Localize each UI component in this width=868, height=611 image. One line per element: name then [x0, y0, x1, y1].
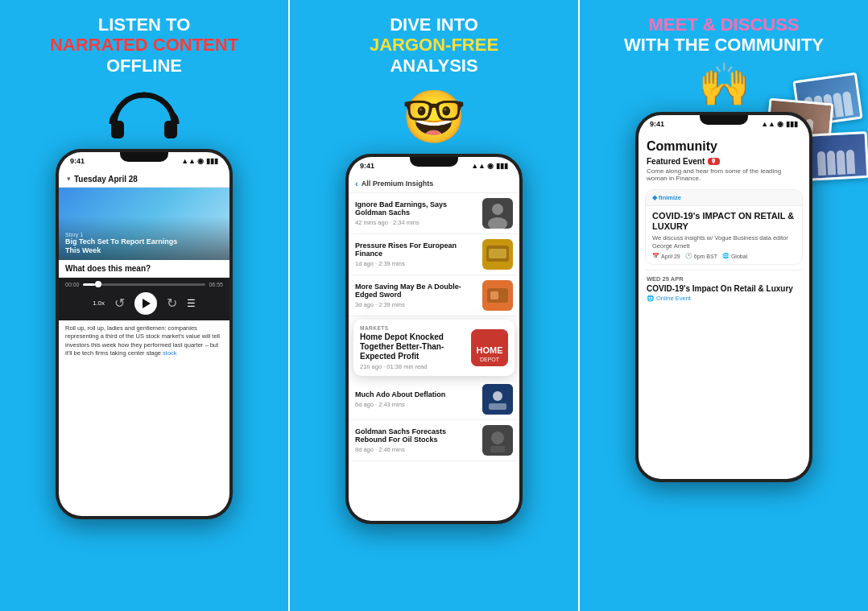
svg-rect-7: [490, 291, 498, 299]
phone-notch-3: [700, 115, 748, 125]
list-item-5[interactable]: Goldman Sachs Forecasts Rebound For Oil …: [349, 420, 519, 461]
menu-icon[interactable]: ☰: [187, 298, 196, 309]
skip-forward-icon[interactable]: ↻: [167, 295, 177, 311]
panel-dive: DIVE INTO JARGON-FREE ANALYSIS 🤓 9:41 ▲▲…: [288, 0, 580, 611]
p3-header: Community Featured Event 🎙 Come along an…: [639, 133, 809, 189]
svg-point-12: [493, 391, 502, 401]
svg-rect-13: [489, 403, 506, 410]
headphones-icon: [108, 89, 180, 141]
svg-point-14: [491, 431, 504, 444]
panel-community: MEET & DISCUSS WITH THE COMMUNITY 🙌: [580, 0, 868, 611]
p1-date-header: ▾ Tuesday April 28: [59, 170, 229, 188]
svg-rect-5: [489, 249, 506, 258]
highlight-card[interactable]: MARKETS Home Depot Knocked Together Bett…: [353, 320, 515, 376]
skip-back-icon[interactable]: ↺: [114, 295, 125, 311]
list-item-1[interactable]: Ignore Bad Earnings, Says Goldman Sachs …: [349, 193, 519, 234]
event-type: 🌐 Online Event: [647, 295, 801, 302]
stock-link[interactable]: stock: [163, 349, 177, 357]
svg-rect-15: [490, 446, 505, 452]
panel2-headline: DIVE INTO JARGON-FREE ANALYSIS: [370, 14, 498, 76]
play-button[interactable]: [134, 292, 157, 315]
p3-event-2: WED 29 APR COVID-19's Impact On Retail &…: [639, 270, 809, 305]
phone-3: 9:41 ▲▲ ◉ ▮▮▮ Community Featured Event 🎙…: [631, 112, 816, 603]
thumb-5: [482, 425, 513, 456]
back-arrow-icon[interactable]: ‹: [355, 179, 358, 188]
svg-point-2: [492, 204, 503, 215]
thumb-1: [482, 198, 513, 229]
svg-point-3: [488, 217, 507, 229]
phone-notch-2: [410, 157, 458, 167]
p1-player: 00:00 06:55 1.0x ↺ ↻: [59, 278, 229, 320]
svg-text:HOME: HOME: [477, 345, 503, 355]
panel3-headline: MEET & DISCUSS WITH THE COMMUNITY: [624, 14, 824, 56]
thumb-2: [482, 239, 513, 270]
thumb-3: [482, 280, 513, 311]
thumb-4: [482, 384, 513, 415]
svg-text:DEPOT: DEPOT: [480, 357, 500, 362]
panel1-headline: LISTEN TO NARRATED CONTENT OFFLINE: [50, 14, 238, 76]
p1-body-text: Roll up, roll up, ladies and gentlemen: …: [59, 320, 229, 516]
list-item-4[interactable]: Much Ado About Deflation 6d ago · 2:43 m…: [349, 379, 519, 420]
p2-nav-bar: ‹ All Premium Insights: [349, 175, 519, 193]
panel-listen: LISTEN TO NARRATED CONTENT OFFLINE 9:41 …: [0, 0, 288, 611]
p1-story-image: Story 1 Big Tech Set To Report Earnings …: [59, 188, 229, 260]
waving-hands-emoji: 🙌: [698, 64, 750, 105]
phone-1: 9:41 ▲▲ ◉ ▮▮▮ ▾ Tuesday April 28 Story 1…: [52, 149, 237, 603]
list-item-2[interactable]: Pressure Rises For European Finance 1d a…: [349, 234, 519, 275]
list-item-3[interactable]: More Saving May Be A Double-Edged Sword …: [349, 275, 519, 316]
nerd-emoji: 🤓: [402, 87, 466, 147]
phone-notch: [120, 152, 168, 162]
p3-event-card[interactable]: ◆ finimize COVID-19's IMPACT ON RETAIL &…: [645, 189, 803, 266]
phone-2: 9:41 ▲▲ ◉ ▮▮▮ ‹ All Premium Insights Ign…: [341, 154, 527, 603]
highlight-thumb: HOME DEPOT: [471, 329, 508, 366]
p1-question: What does this mean?: [59, 260, 229, 278]
